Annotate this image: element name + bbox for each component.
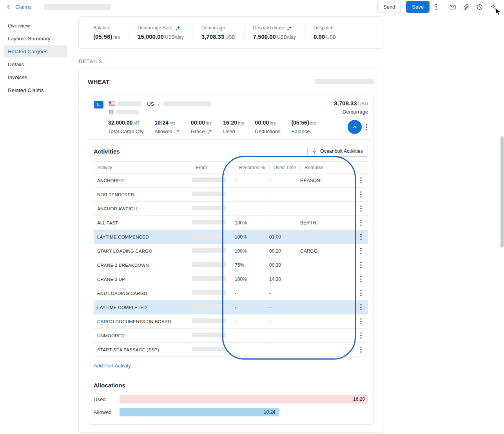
activity-name: CRANE 2 UP [94,277,188,282]
table-header: ActivityFromRecorded %Used TimeRemarks [94,161,368,174]
send-button[interactable]: Send [377,1,401,13]
column-header-used-time: Used Time [266,162,297,173]
sidebar-item-invoices[interactable]: Invoices [4,71,67,83]
activity-row-kebab[interactable] [354,276,368,282]
activity-row-kebab[interactable] [354,205,368,212]
activity-row-cargo-documents-on-board[interactable]: CARGO DOCUMENTS ON BOARD-- [94,315,368,329]
activity-row-start-loading-cargo[interactable]: START LOADING CARGO100%00:20CARGO: [94,244,368,258]
allocation-track: 10:24 [120,408,368,416]
scrollbar-thumb[interactable] [500,136,504,248]
activities-title: Activities [94,148,120,155]
activity-row-kebab[interactable] [354,219,368,226]
activity-row-laytime-commenced[interactable]: LAYTIME COMMENCED100%01:00 [94,230,368,244]
activity-row-kebab[interactable] [354,346,368,353]
activity-name: ALL FAST [94,221,188,225]
port-stat-value: 00:00hrs [191,119,212,126]
history-button[interactable] [475,3,484,11]
ai-sparkle-icon [175,25,180,31]
activity-name: UNMOORED [94,333,188,338]
activity-used-time: - [266,333,297,338]
kebab-icon [360,219,362,226]
activity-name: ANCHOR AWEIGH [94,206,188,211]
activity-name: LAYTIME COMMENCED [94,235,188,239]
activity-row-anchored[interactable]: ANCHORED--REASON: [94,174,368,188]
kebab-icon [360,205,362,212]
activity-used-time: - [266,220,297,226]
details-section-label: DETAILS [79,59,383,64]
port-country: , US [144,101,154,107]
us-flag-icon [109,101,115,106]
summary-stats-card: Balance(05:56)hrsDemurrage Rate15,000.00… [78,16,383,49]
port-stat-label: Allowed [154,128,180,134]
port-kebab-menu[interactable] [365,123,368,131]
paperclip-icon [463,4,470,10]
stat-label: Demurrage Rate [138,25,184,31]
allocations-section: Allocations Used16:20Allowed10:24 [88,375,373,424]
sidebar-item-related-claims[interactable]: Related Claims [4,84,67,96]
activity-row-kebab[interactable] [354,177,368,184]
activity-name: CARGO DOCUMENTS ON BOARD [94,319,188,324]
add-port-activity-link[interactable]: Add Port Activity [94,363,131,369]
activity-row-kebab[interactable] [354,304,368,311]
activity-row-kebab[interactable] [354,318,368,325]
activity-row-unmoored[interactable]: UNMOORED-- [94,329,368,343]
oceanbolt-activities-button[interactable]: Oceanbolt Activities [307,146,368,157]
redacted-from-timestamp [192,248,226,253]
stat-value: 7,500.00USD/day [253,33,296,40]
attachment-button[interactable] [462,3,470,11]
activity-row-kebab[interactable] [354,191,368,198]
sidebar-item-related-cargoes[interactable]: Related Cargoes [4,45,67,58]
activity-from [188,347,231,353]
activity-row-start-sea-passage-ssp[interactable]: START SEA PASSAGE (SSP)-- [94,343,368,357]
activity-row-kebab[interactable] [354,248,368,254]
port-stats-list: 32,000.00MTTotal Cargo Qty10:24hrsAllowe… [108,119,316,134]
separator: / [157,101,161,107]
redacted-cargo-meta [315,79,374,84]
back-to-claims-link[interactable]: Claims [5,4,31,10]
activity-row-all-fast[interactable]: ALL FAST100%-BERTH: [94,216,368,230]
amount-unit: USD [358,101,368,107]
activity-recorded-pct: - [231,192,266,197]
ai-assistant-button[interactable] [489,3,498,11]
activity-row-kebab[interactable] [354,233,368,240]
activity-row-laytime-completed[interactable]: LAYTIME COMPLETED-- [94,300,368,315]
sidebar-item-details[interactable]: Details [4,58,67,71]
activity-row-kebab[interactable] [354,332,368,339]
allocation-bar: 10:24 [120,408,279,416]
sidebar: OverviewLaytime SummaryRelated CargoesDe… [0,14,78,433]
activity-used-time: 14:30 [266,277,297,282]
port-stat-grace: 00:00hrsGrace [191,119,212,134]
allocation-label: Allowed [94,409,120,415]
activity-row-kebab[interactable] [354,290,368,297]
save-button[interactable]: Save [406,1,430,13]
port-stat-used: 16:20hrsUsed [223,119,244,134]
collapse-port-button[interactable] [348,120,362,134]
more-options-kebab[interactable] [435,3,438,11]
kebab-icon [360,233,362,240]
email-button[interactable] [448,3,457,11]
sidebar-item-overview[interactable]: Overview [4,20,67,32]
activity-used-time: - [266,305,297,310]
port-stat-label: Deductions [255,128,280,134]
activity-row-anchor-aweigh[interactable]: ANCHOR AWEIGH-- [94,202,368,216]
activity-remarks: REASON: [297,178,354,183]
activity-from [188,333,231,338]
port-card: L , US / [88,94,374,425]
redacted-from-timestamp [192,290,226,295]
sidebar-item-laytime-summary[interactable]: Laytime Summary [4,33,67,45]
activities-table: ActivityFromRecorded %Used TimeRemarks A… [94,161,368,357]
sparkles-icon [490,4,497,11]
redacted-from-timestamp [192,206,226,210]
activity-row-kebab[interactable] [354,262,368,268]
column-header-recorded: Recorded % [231,162,266,173]
activity-row-end-loading-cargo[interactable]: END LOADING CARGO-- [94,286,368,300]
activity-recorded-pct: - [231,347,266,353]
activity-row-nor-tendered[interactable]: NOR TENDERED-- [94,188,368,202]
activity-row-crane-2-breakdown[interactable]: CRANE 2 BREAKDOWN75%00:30 [94,258,368,272]
bolt-icon [312,148,317,154]
port-stat-label: Used [223,128,244,134]
activity-from [188,276,231,282]
activity-row-crane-2-up[interactable]: CRANE 2 UP100%14:30 [94,272,368,286]
ai-sparkle-icon [207,129,212,134]
stat-value: 3,708.33USD [201,33,236,40]
